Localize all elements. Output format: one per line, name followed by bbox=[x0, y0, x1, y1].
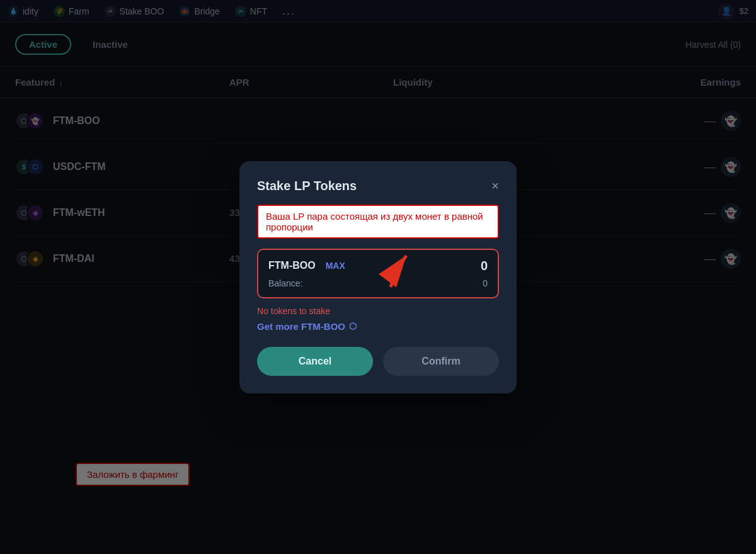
amount-display[interactable]: 0 bbox=[481, 259, 488, 273]
cancel-button[interactable]: Cancel bbox=[257, 347, 373, 376]
token-input-box: FTM-BOO MAX 0 Balance: 0 bbox=[257, 249, 499, 298]
modal-overlay: Stake LP Tokens × Ваша LP пара состоящая… bbox=[0, 0, 756, 554]
token-pair-label: FTM-BOO bbox=[268, 260, 316, 271]
stake-modal: Stake LP Tokens × Ваша LP пара состоящая… bbox=[239, 161, 517, 393]
external-link-icon: ⬡ bbox=[349, 321, 357, 331]
modal-close-btn[interactable]: × bbox=[491, 179, 499, 192]
get-more-link[interactable]: Get more FTM-BOO ⬡ bbox=[257, 321, 499, 332]
balance-label: Balance: bbox=[268, 278, 302, 288]
balance-row: Balance: 0 bbox=[268, 278, 488, 288]
modal-buttons: Cancel Confirm bbox=[257, 347, 499, 376]
modal-header: Stake LP Tokens × bbox=[257, 179, 499, 193]
token-input-row: FTM-BOO MAX 0 bbox=[268, 259, 488, 273]
no-tokens-msg: No tokens to stake bbox=[257, 306, 499, 316]
token-label-group: FTM-BOO MAX bbox=[268, 259, 349, 272]
get-more-text: Get more FTM-BOO bbox=[257, 321, 345, 332]
modal-title: Stake LP Tokens bbox=[257, 179, 357, 193]
max-button[interactable]: MAX bbox=[322, 259, 349, 272]
balance-value: 0 bbox=[483, 278, 488, 288]
confirm-button[interactable]: Confirm bbox=[383, 347, 499, 376]
annotation-banner: Ваша LP пара состоящая из двух монет в р… bbox=[257, 205, 499, 239]
